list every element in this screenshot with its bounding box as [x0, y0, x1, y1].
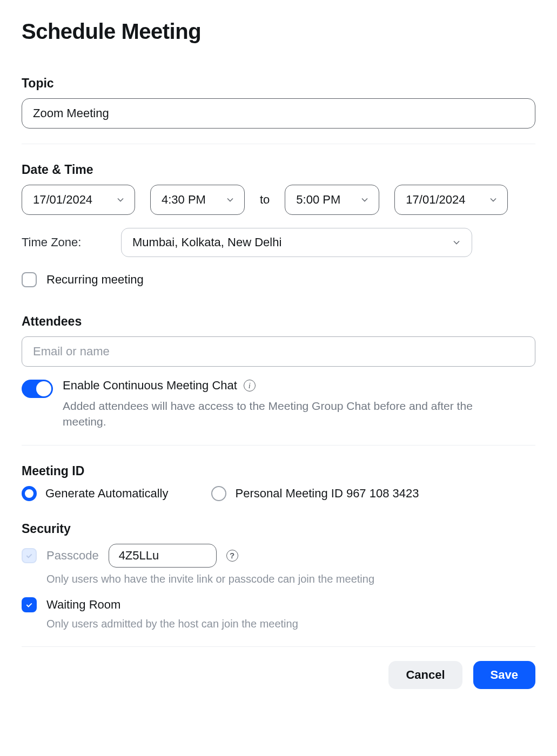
generate-auto-label: Generate Automatically [45, 487, 168, 501]
divider [22, 445, 535, 446]
attendees-input[interactable] [22, 336, 535, 367]
recurring-label: Recurring meeting [46, 273, 144, 287]
topic-label: Topic [22, 76, 535, 91]
end-time-value: 5:00 PM [296, 193, 340, 207]
passcode-input[interactable] [109, 544, 217, 568]
start-date-value: 17/01/2024 [33, 193, 92, 207]
waiting-room-checkbox[interactable] [22, 597, 37, 612]
chevron-down-icon [488, 194, 499, 205]
info-icon[interactable]: i [244, 380, 256, 392]
page-title: Schedule Meeting [22, 19, 535, 44]
security-label: Security [22, 522, 535, 536]
save-button[interactable]: Save [473, 661, 535, 689]
continuous-chat-toggle[interactable] [22, 380, 53, 398]
start-date-picker[interactable]: 17/01/2024 [22, 185, 135, 215]
waiting-room-label: Waiting Room [46, 598, 120, 612]
attendees-label: Attendees [22, 314, 535, 329]
check-icon [25, 551, 33, 560]
topic-input[interactable] [22, 98, 535, 129]
chevron-down-icon [225, 194, 236, 205]
start-time-picker[interactable]: 4:30 PM [150, 185, 245, 215]
start-time-value: 4:30 PM [162, 193, 206, 207]
timezone-picker[interactable]: Mumbai, Kolkata, New Delhi [121, 228, 472, 257]
datetime-label: Date & Time [22, 163, 535, 177]
to-label: to [260, 193, 270, 207]
timezone-label: Time Zone: [22, 235, 103, 249]
end-time-picker[interactable]: 5:00 PM [285, 185, 379, 215]
end-date-picker[interactable]: 17/01/2024 [394, 185, 508, 215]
timezone-value: Mumbai, Kolkata, New Delhi [132, 235, 281, 249]
generate-auto-radio[interactable] [22, 486, 37, 501]
help-icon[interactable]: ? [226, 550, 238, 562]
passcode-desc: Only users who have the invite link or p… [46, 573, 535, 585]
personal-id-radio[interactable] [211, 486, 226, 501]
continuous-chat-desc: Added attendees will have access to the … [63, 398, 484, 430]
chevron-down-icon [451, 237, 462, 248]
divider [22, 144, 535, 144]
recurring-checkbox[interactable] [22, 272, 37, 287]
personal-id-label: Personal Meeting ID 967 108 3423 [235, 487, 419, 501]
waiting-room-desc: Only users admitted by the host can join… [46, 618, 535, 630]
continuous-chat-title: Enable Continuous Meeting Chat [63, 379, 237, 393]
toggle-knob [36, 381, 51, 396]
check-icon [25, 600, 33, 609]
cancel-button[interactable]: Cancel [388, 661, 462, 689]
passcode-label: Passcode [46, 549, 99, 563]
chevron-down-icon [115, 194, 126, 205]
chevron-down-icon [359, 194, 370, 205]
end-date-value: 17/01/2024 [406, 193, 465, 207]
meeting-id-label: Meeting ID [22, 464, 535, 478]
passcode-checkbox[interactable] [22, 548, 37, 563]
